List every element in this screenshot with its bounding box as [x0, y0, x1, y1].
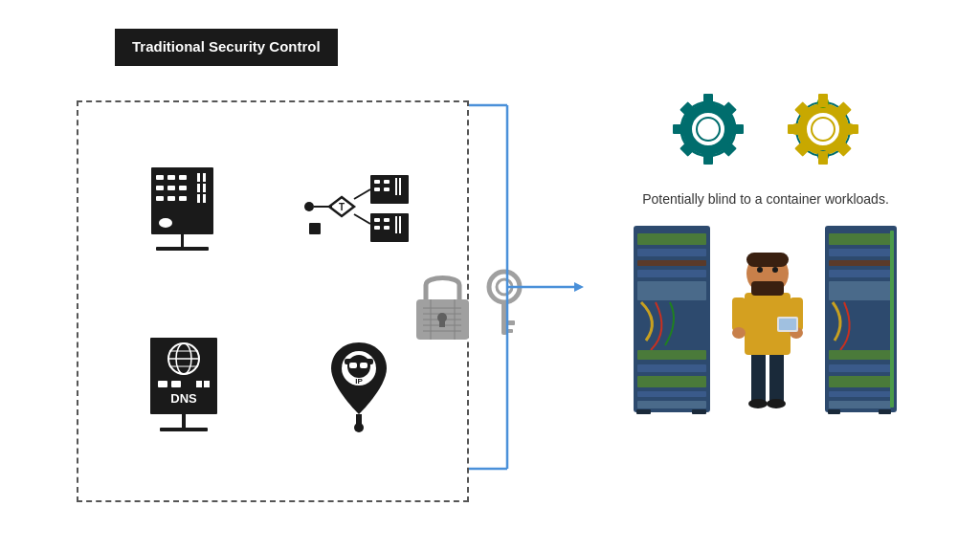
svg-rect-148 [829, 364, 891, 372]
svg-rect-91 [673, 124, 686, 134]
title-box: Traditional Security Control [115, 29, 338, 66]
gear-icons-row [574, 86, 957, 172]
svg-point-132 [732, 327, 746, 339]
gear-yellow-icon [780, 86, 866, 172]
svg-rect-150 [829, 391, 891, 397]
svg-rect-27 [384, 180, 390, 184]
svg-rect-71 [439, 320, 445, 327]
server-racks-illustration [574, 226, 957, 417]
server-rack-left [632, 226, 713, 417]
blind-text: Potentially blind to a container workloa… [574, 191, 957, 207]
firewall-icon: T [301, 170, 416, 256]
svg-point-61 [354, 423, 364, 432]
title-text: Traditional Security Control [132, 38, 321, 55]
svg-rect-8 [179, 186, 187, 190]
svg-rect-49 [204, 381, 210, 387]
svg-rect-31 [399, 178, 401, 195]
svg-rect-152 [890, 231, 894, 408]
svg-rect-57 [360, 363, 368, 368]
svg-rect-30 [395, 178, 397, 195]
svg-rect-13 [179, 196, 187, 201]
svg-rect-117 [637, 281, 706, 300]
svg-marker-81 [574, 282, 584, 292]
svg-rect-55 [345, 359, 373, 364]
svg-rect-7 [167, 186, 175, 190]
svg-rect-56 [349, 363, 357, 368]
svg-rect-12 [167, 196, 175, 201]
server-icon [146, 167, 228, 258]
svg-point-138 [772, 267, 778, 273]
dns-icon: DNS [148, 338, 225, 443]
svg-rect-89 [703, 94, 713, 107]
svg-rect-153 [828, 409, 840, 414]
svg-rect-147 [829, 350, 891, 360]
svg-rect-92 [730, 124, 744, 134]
svg-rect-46 [158, 381, 167, 387]
svg-rect-28 [374, 187, 380, 191]
svg-rect-143 [829, 249, 891, 256]
svg-rect-51 [182, 414, 186, 430]
svg-rect-90 [703, 151, 713, 165]
svg-rect-119 [637, 364, 706, 372]
svg-rect-2 [167, 175, 175, 180]
icon-grid: T [86, 110, 459, 493]
svg-rect-104 [818, 94, 828, 107]
svg-rect-105 [818, 151, 828, 165]
svg-rect-136 [751, 281, 784, 296]
svg-rect-106 [788, 124, 801, 134]
svg-rect-123 [636, 409, 651, 414]
svg-rect-142 [829, 233, 891, 245]
svg-rect-3 [179, 175, 187, 180]
svg-rect-9 [197, 184, 200, 192]
svg-line-24 [354, 214, 370, 224]
svg-rect-15 [203, 194, 206, 203]
person-icon [727, 226, 809, 417]
svg-rect-38 [399, 216, 401, 233]
svg-rect-130 [732, 298, 746, 331]
svg-rect-11 [156, 196, 164, 201]
svg-rect-144 [829, 260, 891, 266]
svg-rect-122 [637, 401, 706, 408]
svg-rect-120 [637, 376, 706, 387]
dns-icon-cell: DNS [105, 306, 268, 474]
svg-rect-113 [637, 233, 706, 245]
svg-point-137 [757, 267, 763, 273]
svg-rect-35 [374, 226, 380, 230]
svg-rect-18 [156, 247, 209, 251]
svg-rect-115 [637, 260, 706, 266]
svg-rect-124 [692, 409, 706, 414]
svg-rect-125 [751, 350, 766, 403]
right-section: Potentially blind to a container workloa… [574, 77, 957, 417]
svg-point-16 [159, 218, 172, 228]
svg-rect-29 [384, 187, 390, 191]
ip-location-icon: IP [323, 338, 395, 443]
server-icon-cell [105, 129, 268, 297]
svg-rect-14 [197, 194, 200, 203]
svg-rect-48 [196, 381, 202, 387]
lock-icon [412, 268, 474, 344]
connector-bracket [469, 96, 584, 478]
svg-rect-26 [374, 180, 380, 184]
svg-rect-10 [203, 184, 206, 192]
gear-teal-icon [665, 86, 751, 172]
svg-rect-52 [160, 428, 208, 431]
svg-point-19 [304, 202, 314, 211]
svg-rect-36 [384, 226, 390, 230]
svg-rect-34 [384, 218, 390, 222]
svg-rect-154 [879, 409, 891, 414]
svg-rect-145 [829, 270, 891, 277]
svg-rect-107 [845, 124, 858, 134]
svg-rect-33 [374, 218, 380, 222]
svg-rect-126 [769, 350, 784, 403]
svg-rect-118 [637, 350, 706, 360]
svg-rect-116 [637, 270, 706, 277]
svg-rect-149 [829, 376, 891, 387]
svg-point-99 [812, 118, 835, 141]
svg-line-23 [354, 189, 370, 199]
svg-text:T: T [339, 202, 345, 212]
svg-rect-39 [309, 223, 321, 234]
svg-rect-1 [156, 175, 164, 180]
svg-rect-140 [779, 319, 796, 330]
svg-rect-146 [829, 281, 891, 300]
svg-rect-4 [197, 173, 200, 182]
